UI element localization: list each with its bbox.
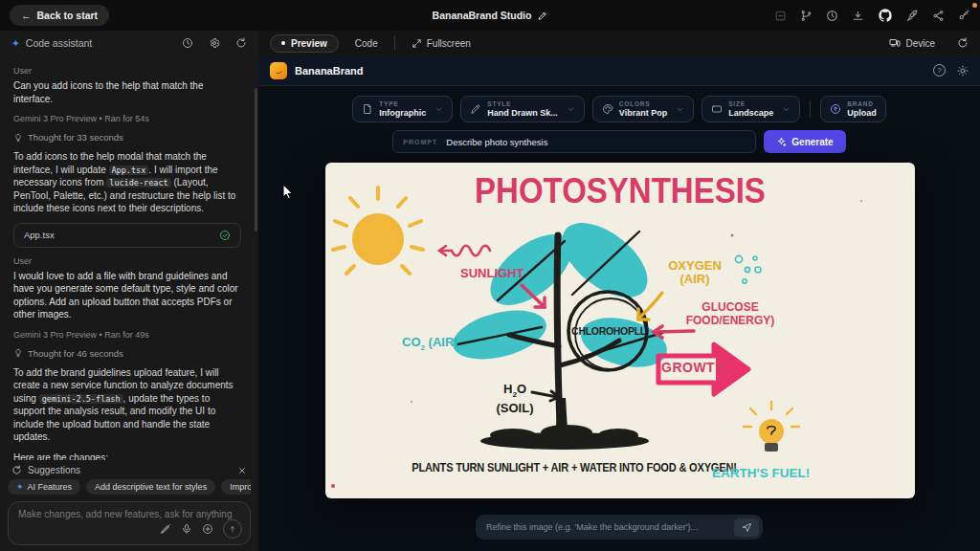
app-header: BananaBrand ?	[258, 55, 980, 86]
app-frame: BananaBrand ? TYPEInfographic STYLEHand …	[258, 55, 980, 551]
save-icon[interactable]	[774, 10, 787, 22]
label-glucose: GLUCOSEFOOD/ENERGY)	[681, 300, 779, 327]
label-co2: CO2 (AIR)	[402, 336, 458, 352]
app-logo-icon	[270, 62, 287, 79]
label-oxygen: OXYGEN(AIR)	[658, 259, 731, 286]
project-title: BananaBrand Studio	[433, 10, 548, 21]
chat-history-icon[interactable]	[182, 37, 193, 49]
user-role-label: User	[13, 66, 241, 76]
composer-placeholder: Make changes, add new features, ask for …	[18, 509, 240, 519]
label-growth: GROWTH	[661, 361, 725, 375]
fullscreen-icon	[412, 38, 422, 49]
message-composer[interactable]: Make changes, add new features, ask for …	[8, 501, 251, 545]
landscape-frame-icon	[711, 103, 723, 115]
fork-icon[interactable]	[800, 10, 813, 22]
api-key-icon[interactable]	[958, 10, 970, 22]
palette-icon	[602, 103, 613, 115]
file-change-card[interactable]: App.tsx	[13, 223, 241, 248]
label-sunlight: SUNLIGHT	[460, 267, 523, 280]
chip-ai-features[interactable]: ✦ AI Features	[8, 479, 80, 495]
chevron-down-icon	[434, 105, 443, 114]
generated-infographic[interactable]: PHOTOSYNTHESIS SUNLIGHT OXYGEN(AIR) CHLO…	[325, 163, 915, 498]
prompt-value: Describe photo synthesis	[446, 137, 547, 147]
code-assistant-panel: ✦ Code assistant User Can you add icons …	[0, 31, 258, 551]
chat-transcript[interactable]: User Can you add icons to the help that …	[0, 55, 255, 465]
workspace-tabbar: Preview Code Fullscreen Device	[258, 31, 980, 55]
divider	[810, 100, 811, 118]
model-run-meta: Gemini 3 Pro Preview • Ran for 49s	[13, 330, 241, 340]
refine-input[interactable]: Refine this image (e.g. 'Make the backgr…	[476, 515, 763, 540]
chevron-down-icon	[782, 105, 791, 114]
active-dot	[281, 41, 285, 45]
banana-icon	[273, 65, 284, 77]
infographic-title: PHOTOSYNTHESIS	[475, 172, 766, 210]
user-role-label: User	[13, 256, 241, 266]
thought-summary[interactable]: Thought for 33 seconds	[13, 132, 241, 143]
pen-tool-icon	[470, 103, 481, 115]
sparkles-icon	[776, 137, 787, 147]
assistant-paragraph: To add icons to the help modal that matc…	[13, 150, 241, 215]
model-run-meta: Gemini 3 Pro Preview • Ran for 54s	[13, 114, 241, 123]
chevron-down-icon	[567, 105, 575, 114]
theme-sun-icon[interactable]	[957, 65, 969, 77]
suggestion-chips: ✦ AI Features Add descriptive text for s…	[8, 479, 251, 495]
label-footer: PLANTS TURN SUNLIGHT + AIR + WATER INTO …	[398, 462, 750, 474]
paper-plane-icon	[742, 522, 752, 533]
deploy-rocket-icon[interactable]	[906, 10, 919, 22]
tab-code[interactable]: Code	[346, 35, 387, 52]
github-icon[interactable]	[878, 8, 893, 23]
refine-send-button[interactable]	[734, 518, 759, 537]
sidebar-scrollbar[interactable]	[255, 88, 257, 231]
history-icon[interactable]	[826, 10, 838, 22]
assistant-sparkle-icon: ✦	[11, 37, 20, 49]
mic-icon[interactable]	[181, 523, 192, 535]
divider	[394, 36, 395, 50]
reload-preview-icon[interactable]	[957, 37, 969, 49]
type-dropdown[interactable]: TYPEInfographic	[352, 96, 453, 122]
prompt-input[interactable]: PROMPT Describe photo synthesis	[392, 130, 756, 153]
preview-workspace: Preview Code Fullscreen Device BananaBra…	[258, 31, 980, 551]
style-dropdown[interactable]: STYLEHand Drawn Sk...	[460, 96, 585, 122]
label-earths-fuel: EARTH'S FUEL!	[712, 467, 810, 481]
size-dropdown[interactable]: SIZELandscape	[702, 96, 800, 122]
brand-upload-button[interactable]: BRANDUpload	[820, 96, 886, 122]
bulb-icon	[13, 133, 23, 143]
attach-plus-icon[interactable]	[202, 523, 213, 535]
back-arrow-icon: ←	[21, 10, 32, 21]
document-icon	[362, 103, 373, 115]
pen-off-icon[interactable]	[160, 523, 171, 535]
tab-preview[interactable]: Preview	[270, 34, 339, 53]
top-bar: ← Back to start BananaBrand Studio	[0, 0, 980, 31]
fullscreen-button[interactable]: Fullscreen	[403, 35, 479, 52]
sparkle-icon: ✦	[16, 482, 24, 492]
prompt-row: PROMPT Describe photo synthesis Generate	[258, 130, 980, 153]
assistant-paragraph: To add the brand guidelines upload featu…	[13, 366, 241, 444]
back-to-start-button[interactable]: ← Back to start	[10, 5, 109, 26]
sidebar-bottom: Suggestions ✦ AI Features Add descriptiv…	[0, 460, 258, 551]
send-button[interactable]	[223, 519, 242, 539]
thought-summary[interactable]: Thought for 46 seconds	[13, 348, 241, 359]
colors-dropdown[interactable]: COLORSVibrant Pop	[592, 96, 694, 122]
prompt-label: PROMPT	[403, 139, 437, 145]
suggestions-label: Suggestions	[28, 465, 80, 475]
user-message: Can you add icons to the help that match…	[13, 79, 241, 105]
settings-gear-icon[interactable]	[209, 37, 220, 49]
chip-descriptive-text[interactable]: Add descriptive text for styles	[86, 479, 215, 495]
device-button[interactable]: Device	[880, 34, 944, 52]
device-icon	[889, 37, 901, 49]
app-title: BananaBrand	[295, 65, 364, 77]
restart-icon[interactable]	[235, 37, 247, 49]
share-icon[interactable]	[932, 10, 945, 22]
label-chlorophyll: CHLOROHOPLL	[565, 326, 653, 337]
download-icon[interactable]	[852, 10, 864, 22]
edit-pencil-icon[interactable]	[537, 11, 547, 21]
bulb-icon	[13, 348, 23, 358]
suggestions-refresh-icon[interactable]	[11, 465, 22, 475]
generate-button[interactable]: Generate	[764, 130, 845, 153]
chip-color-swatch[interactable]: Improve color swatch visibility	[221, 479, 251, 495]
user-message: I would love to add a file with brand gu…	[13, 270, 241, 321]
help-icon[interactable]: ?	[933, 64, 946, 77]
notification-dot	[972, 3, 977, 8]
close-icon[interactable]	[237, 466, 247, 475]
arrow-up-icon	[228, 524, 237, 534]
